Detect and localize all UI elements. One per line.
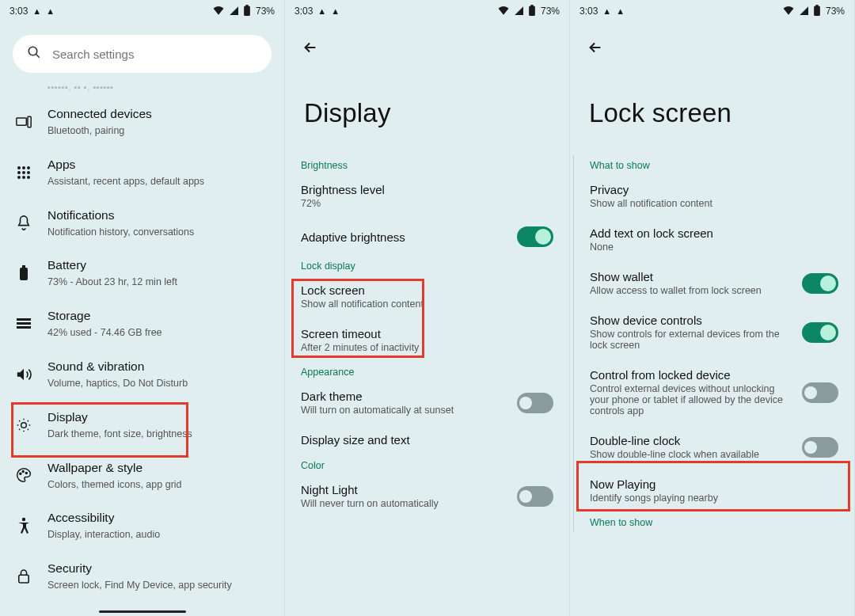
section-color: Color xyxy=(285,455,569,474)
toggle-double-line-clock[interactable] xyxy=(802,437,838,458)
svg-point-20 xyxy=(21,422,27,428)
toggle-show-wallet[interactable] xyxy=(802,273,838,294)
setting-now-playing[interactable]: Now PlayingIdentify songs playing nearby xyxy=(574,469,854,512)
svg-rect-25 xyxy=(19,575,28,583)
section-when-to-show: When to show xyxy=(574,512,854,531)
item-title: Security xyxy=(48,561,272,577)
status-time: 3:03 xyxy=(294,6,313,17)
item-title: Wallpaper & style xyxy=(48,460,272,477)
setting-sub: After 2 minutes of inactivity xyxy=(301,342,553,353)
setting-title: Show wallet xyxy=(590,270,792,283)
setting-title: Double-line clock xyxy=(590,434,792,447)
svg-rect-15 xyxy=(20,268,28,280)
settings-item-accessibility[interactable]: AccessibilityDisplay, interaction, audio xyxy=(0,500,284,551)
settings-item-connected-devices[interactable]: Connected devicesBluetooth, pairing xyxy=(0,97,284,147)
status-battery-pct: 73% xyxy=(256,6,275,17)
setting-sub: Identify songs playing nearby xyxy=(590,492,838,504)
settings-item-display[interactable]: DisplayDark theme, font size, brightness xyxy=(0,400,284,451)
item-sub: Bluetooth, pairing xyxy=(48,124,272,138)
setting-adaptive-brightness[interactable]: Adaptive brightness xyxy=(285,218,569,256)
settings-item-wallpaper[interactable]: Wallpaper & styleColors, themed icons, a… xyxy=(0,451,284,501)
notif-icon-1: ▲ xyxy=(32,6,41,16)
battery-icon xyxy=(243,5,251,18)
settings-item-sound[interactable]: Sound & vibrationVolume, haptics, Do Not… xyxy=(0,349,284,400)
setting-title: Adaptive brightness xyxy=(301,230,507,244)
toggle-adaptive-brightness[interactable] xyxy=(517,226,553,247)
svg-rect-19 xyxy=(17,326,31,329)
svg-rect-17 xyxy=(17,318,31,321)
truncated-prev-item-sub: ▪▪▪▪▪▪, ▪▪ ▪, ▪▪▪▪▪▪ xyxy=(0,79,284,97)
toggle-device-controls[interactable] xyxy=(802,322,838,343)
section-lock-display: Lock display xyxy=(285,256,569,275)
svg-point-13 xyxy=(22,176,25,179)
item-sub: Screen lock, Find My Device, app securit… xyxy=(48,579,272,592)
setting-title: Lock screen xyxy=(301,283,553,297)
setting-title: Display size and text xyxy=(301,433,553,447)
status-battery-pct: 73% xyxy=(826,6,845,17)
status-bar: 3:03 ▲ ▲ 73% xyxy=(570,0,854,22)
item-sub: 73% - About 23 hr, 12 min left xyxy=(48,276,272,289)
setting-dark-theme[interactable]: Dark themeWill turn on automatically at … xyxy=(285,381,569,424)
svg-point-6 xyxy=(17,166,21,169)
search-settings[interactable] xyxy=(13,35,272,73)
toggle-night-light[interactable] xyxy=(517,486,553,507)
wifi-icon xyxy=(498,6,509,17)
setting-add-text[interactable]: Add text on lock screenNone xyxy=(574,218,854,261)
setting-title: Now Playing xyxy=(590,477,838,491)
svg-point-10 xyxy=(22,171,25,174)
setting-double-line-clock[interactable]: Double-line clockShow double-line clock … xyxy=(574,425,854,469)
lock-screen-settings-panel: 3:03 ▲ ▲ 73% Lock screen What to show Pr… xyxy=(570,0,855,616)
search-input[interactable] xyxy=(52,48,257,61)
wifi-icon xyxy=(783,6,794,17)
setting-brightness-level[interactable]: Brightness level72% xyxy=(285,174,569,218)
toggle-control-from-locked[interactable] xyxy=(802,382,838,403)
setting-screen-timeout[interactable]: Screen timeoutAfter 2 minutes of inactiv… xyxy=(285,318,569,362)
svg-point-12 xyxy=(17,176,21,179)
back-button[interactable] xyxy=(296,33,325,62)
svg-line-3 xyxy=(36,54,40,58)
setting-device-controls[interactable]: Show device controlsShow controls for ex… xyxy=(574,305,854,359)
devices-icon xyxy=(13,116,35,128)
item-sub: Colors, themed icons, app grid xyxy=(48,478,272,492)
section-brightness: Brightness xyxy=(285,155,569,174)
signal-icon xyxy=(514,6,523,17)
svg-rect-26 xyxy=(529,6,535,15)
search-icon xyxy=(27,45,41,63)
item-title: Battery xyxy=(48,257,272,274)
signal-icon xyxy=(799,6,808,17)
back-button[interactable] xyxy=(581,33,610,62)
palette-icon xyxy=(13,467,35,483)
item-title: Apps xyxy=(48,157,272,173)
setting-sub: Will turn on automatically at sunset xyxy=(301,405,507,416)
setting-sub: Allow access to wallet from lock screen xyxy=(590,285,792,296)
svg-point-23 xyxy=(25,473,27,474)
svg-rect-0 xyxy=(244,6,250,15)
item-sub: Dark theme, font size, brightness xyxy=(48,428,272,441)
setting-privacy[interactable]: PrivacyShow all notification content xyxy=(574,174,854,218)
nav-home-indicator[interactable] xyxy=(99,610,186,613)
settings-item-notifications[interactable]: NotificationsNotification history, conve… xyxy=(0,198,284,249)
item-title: Storage xyxy=(48,308,272,325)
toggle-dark-theme[interactable] xyxy=(517,393,553,413)
svg-point-8 xyxy=(27,166,30,169)
setting-night-light[interactable]: Night LightWill never turn on automatica… xyxy=(285,474,569,518)
setting-show-wallet[interactable]: Show walletAllow access to wallet from l… xyxy=(574,261,854,305)
setting-sub: Show double-line clock when available xyxy=(590,449,792,460)
settings-item-apps[interactable]: AppsAssistant, recent apps, default apps xyxy=(0,147,284,198)
svg-point-7 xyxy=(22,166,25,169)
setting-lock-screen[interactable]: Lock screenShow all notification content xyxy=(285,275,569,318)
item-sub: Assistant, recent apps, default apps xyxy=(48,175,272,188)
svg-point-9 xyxy=(17,171,21,174)
settings-item-battery[interactable]: Battery73% - About 23 hr, 12 min left xyxy=(0,248,284,298)
settings-item-security[interactable]: SecurityScreen lock, Find My Device, app… xyxy=(0,551,284,602)
settings-item-storage[interactable]: Storage42% used - 74.46 GB free xyxy=(0,298,284,349)
notif-icon-2: ▲ xyxy=(46,6,55,16)
setting-title: Brightness level xyxy=(301,183,553,196)
notif-icon-1: ▲ xyxy=(317,6,326,16)
setting-title: Control from locked device xyxy=(590,368,792,382)
setting-control-from-locked[interactable]: Control from locked deviceControl extern… xyxy=(574,359,854,425)
battery-full-icon xyxy=(13,265,35,281)
setting-title: Show device controls xyxy=(590,314,792,327)
setting-display-size-text[interactable]: Display size and text xyxy=(285,424,569,455)
section-what-to-show: What to show xyxy=(574,155,854,174)
